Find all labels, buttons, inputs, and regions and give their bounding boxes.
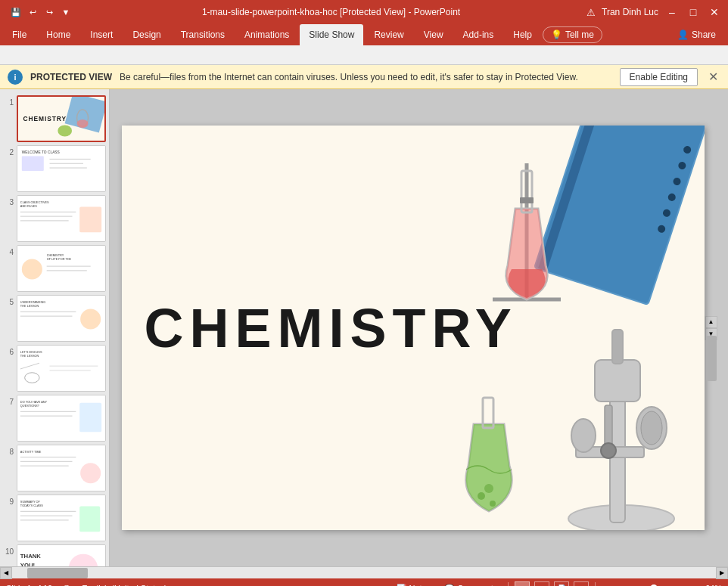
main-area: 1 CHEMISTRY 2 WELCOME [0,89,728,566]
svg-point-29 [25,373,39,383]
tab-design[interactable]: Design [123,24,170,45]
scroll-left-button[interactable]: ◀ [0,567,12,579]
title-bar-title: 1-mau-slide-powerpoint-khoa-hoc [Protect… [76,7,586,17]
slide-panel[interactable]: 1 CHEMISTRY 2 WELCOME [0,89,110,566]
slide-preview-4[interactable]: CHEMISTRY OF LIFE FOR THE [17,245,106,292]
person-icon: 👤 [677,29,689,40]
slide-preview-9[interactable]: SUMMARY OF TODAY'S CLASS [17,495,106,541]
tab-insert[interactable]: Insert [81,24,122,45]
slide-thumb-9[interactable]: 9 SUMMARY OF TODAY'S CLASS [3,495,106,541]
slide-notes-icon[interactable]: 🗒 [58,583,76,586]
title-bar-controls: ⚠ Tran Dinh Luc – □ ✕ [586,5,722,20]
svg-point-3 [77,119,89,128]
reading-view-button[interactable]: 📄 [554,581,569,586]
protected-close-button[interactable]: ✕ [705,70,720,85]
scroll-up-button[interactable]: ▲ [705,316,717,328]
notes-button[interactable]: 📝 Notes [392,583,436,587]
svg-point-41 [80,463,101,483]
svg-text:SUMMARY OF: SUMMARY OF [20,501,41,504]
quick-access-toolbar: 💾 ↩ ↪ ▼ [6,5,76,19]
slide-thumb-3[interactable]: 3 CLASS OBJECTIVES AND RULES [3,195,106,242]
slide-preview-3[interactable]: CLASS OBJECTIVES AND RULES [17,195,106,242]
restore-button[interactable]: □ [686,5,701,20]
share-button[interactable]: 👤 Share [668,27,725,42]
scroll-thumb[interactable] [706,336,717,381]
lab-equipment-illustration [326,126,705,530]
lightbulb-icon: 💡 [551,29,562,40]
tab-review[interactable]: Review [365,24,412,45]
protected-info-icon: i [8,70,23,85]
slide-thumb-8[interactable]: 8 ACTIVITY TIME [3,445,106,491]
protected-label: PROTECTED VIEW [30,72,112,82]
horizontal-scrollbar[interactable]: ◀ ▶ [0,566,728,578]
comments-icon: 💬 [444,584,455,587]
slide-preview-2[interactable]: WELCOME TO CLASS [17,145,106,192]
undo-icon[interactable]: ↩ [26,5,39,19]
slide-thumb-6[interactable]: 6 LET'S DISCUSS THE LESSON [3,345,106,392]
close-button[interactable]: ✕ [707,5,722,20]
save-icon[interactable]: 💾 [9,5,23,19]
protected-message: Be careful—files from the Internet can c… [120,72,612,82]
tab-addins[interactable]: Add-ins [454,24,503,45]
tab-home[interactable]: Home [37,24,79,45]
canvas-area: CHEMISTRY [110,89,728,566]
svg-text:OF LIFE FOR THE: OF LIFE FOR THE [47,258,72,261]
svg-text:ACTIVITY TIME: ACTIVITY TIME [20,451,42,454]
svg-text:THANK: THANK [20,553,41,560]
comments-button[interactable]: 💬 Comments [440,583,502,587]
status-bar: Slide 1 of 10 🗒 English (United States) … [0,578,728,586]
svg-point-25 [80,309,101,329]
svg-text:AND RULES: AND RULES [20,206,38,209]
vertical-scrollbar[interactable]: ▲ ▼ [705,316,717,340]
tab-view[interactable]: View [415,24,453,45]
slide-preview-1[interactable]: CHEMISTRY [17,95,106,142]
svg-text:TODAY'S CLASS: TODAY'S CLASS [20,505,43,508]
slide-thumb-10[interactable]: 10 THANK YOU! [3,544,106,566]
slide-preview-8[interactable]: ACTIVITY TIME [17,445,106,491]
svg-point-50 [69,554,98,566]
hscroll-thumb[interactable] [27,568,88,578]
slide-preview-10[interactable]: THANK YOU! [17,544,106,566]
tab-transitions[interactable]: Transitions [172,24,234,45]
slide-thumb-7[interactable]: 7 DO YOU HAVE ANY QUESTIONS? [3,395,106,442]
tab-slideshow[interactable]: Slide Show [300,24,363,45]
svg-rect-36 [79,403,101,433]
tab-animations[interactable]: Animations [235,24,298,45]
slide-preview-5[interactable]: UNDERSTANDING THE LESSON [17,295,106,342]
svg-point-4 [58,125,72,136]
svg-point-67 [484,484,493,493]
divider2 [595,582,596,586]
svg-rect-71 [612,330,623,364]
tab-file[interactable]: File [3,24,36,45]
svg-rect-47 [79,507,100,532]
redo-icon[interactable]: ↪ [42,5,56,19]
svg-text:LET'S DISCUSS: LET'S DISCUSS [20,351,42,354]
hscroll-track[interactable] [12,567,716,578]
title-bar-left: 💾 ↩ ↪ ▼ [6,5,76,19]
svg-text:QUESTIONS?: QUESTIONS? [20,405,39,408]
slide-thumb-1[interactable]: 1 CHEMISTRY [3,95,106,142]
slide-thumb-2[interactable]: 2 WELCOME TO CLASS [3,145,106,192]
slide-sorter-button[interactable]: ⊟ [534,581,549,586]
slide-show-button[interactable]: ▶ [574,581,589,586]
tell-me-input[interactable]: 💡 Tell me [543,26,602,43]
username: Tran Dinh Luc [602,7,658,17]
customize-qa-icon[interactable]: ▼ [59,5,73,19]
svg-rect-70 [595,360,640,402]
minimize-button[interactable]: – [664,5,680,20]
warning-icon: ⚠ [586,7,596,18]
normal-view-button[interactable]: ⊞ [515,581,530,586]
svg-point-74 [601,443,616,458]
svg-text:DO YOU HAVE ANY: DO YOU HAVE ANY [20,401,48,404]
ribbon-tabs: File Home Insert Design Transitions Anim… [0,24,728,45]
svg-point-66 [490,501,496,507]
scroll-right-button[interactable]: ▶ [716,567,728,579]
tab-help[interactable]: Help [504,24,541,45]
slide-thumb-4[interactable]: 4 CHEMISTRY OF LIFE FOR THE [3,245,106,292]
enable-editing-button[interactable]: Enable Editing [620,68,698,86]
svg-point-16 [22,259,42,279]
slide-preview-6[interactable]: LET'S DISCUSS THE LESSON [17,345,106,392]
svg-text:THE LESSON: THE LESSON [20,305,39,309]
slide-preview-7[interactable]: DO YOU HAVE ANY QUESTIONS? [17,395,106,442]
slide-thumb-5[interactable]: 5 UNDERSTANDING THE LESSON [3,295,106,342]
